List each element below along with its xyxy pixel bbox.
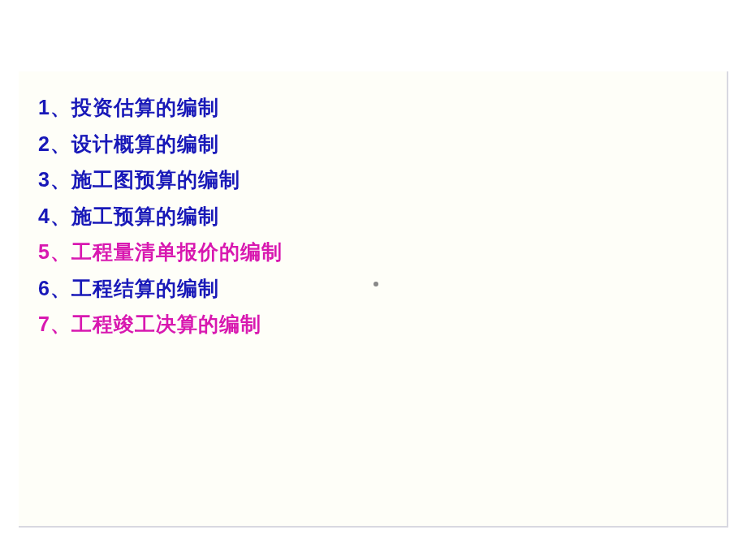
list-item: 4、施工预算的编制 [38, 198, 727, 235]
list-item: 6、工程结算的编制 [38, 270, 727, 307]
list-item: 3、施工图预算的编制 [38, 162, 727, 198]
list-item: 2、设计概算的编制 [38, 126, 727, 162]
list-item: 7、工程竣工决算的编制 [38, 306, 727, 342]
list-item: 1、投资估算的编制 [38, 89, 727, 126]
list-item: 5、工程量清单报价的编制 [38, 234, 727, 270]
center-marker-icon [374, 282, 378, 286]
slide-container: 1、投资估算的编制 2、设计概算的编制 3、施工图预算的编制 4、施工预算的编制… [19, 71, 728, 528]
content-list: 1、投资估算的编制 2、设计概算的编制 3、施工图预算的编制 4、施工预算的编制… [19, 71, 727, 342]
